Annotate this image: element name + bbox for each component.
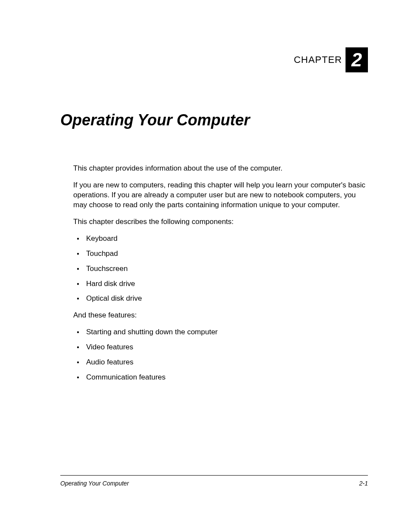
body-text: This chapter provides information about …: [73, 164, 368, 383]
footer-page-number: 2-1: [359, 480, 368, 487]
paragraph-features-intro: And these features:: [73, 311, 368, 320]
list-item: Touchpad: [73, 249, 368, 259]
chapter-header: CHAPTER 2: [60, 47, 368, 72]
footer-title: Operating Your Computer: [60, 480, 129, 487]
paragraph-guidance: If you are new to computers, reading thi…: [73, 180, 368, 210]
page-content: CHAPTER 2 Operating Your Computer This c…: [0, 0, 411, 465]
list-item: Audio features: [73, 358, 368, 367]
list-item: Communication features: [73, 373, 368, 383]
list-item: Keyboard: [73, 234, 368, 244]
list-item: Starting and shutting down the computer: [73, 327, 368, 337]
features-list: Starting and shutting down the computer …: [73, 327, 368, 383]
list-item: Video features: [73, 342, 368, 352]
paragraph-intro: This chapter provides information about …: [73, 164, 368, 174]
list-item: Optical disk drive: [73, 294, 368, 304]
chapter-label: CHAPTER: [294, 54, 342, 65]
chapter-number-box: 2: [346, 47, 368, 72]
chapter-title: Operating Your Computer: [60, 111, 368, 129]
paragraph-components-intro: This chapter describes the following com…: [73, 217, 368, 227]
list-item: Hard disk drive: [73, 279, 368, 289]
components-list: Keyboard Touchpad Touchscreen Hard disk …: [73, 234, 368, 304]
page-footer: Operating Your Computer 2-1: [60, 475, 368, 487]
list-item: Touchscreen: [73, 264, 368, 274]
chapter-number: 2: [352, 50, 362, 69]
